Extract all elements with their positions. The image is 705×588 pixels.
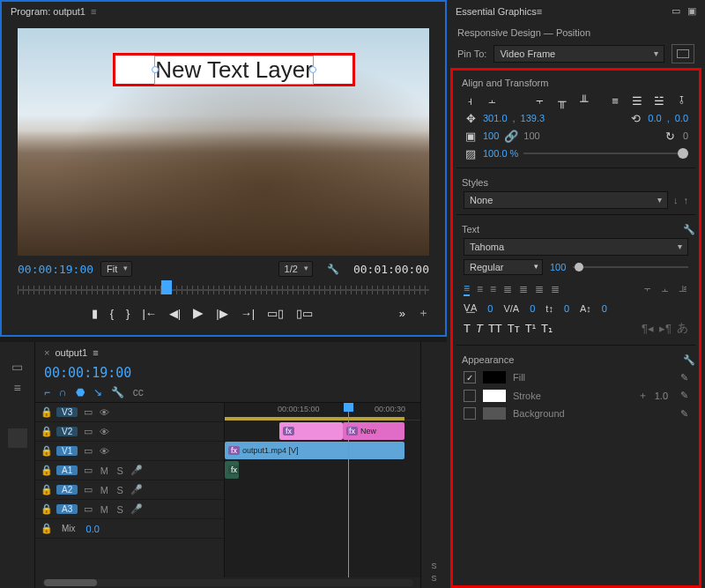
- track-label-v1[interactable]: V1: [56, 446, 78, 456]
- eye-icon[interactable]: 👁: [99, 407, 109, 418]
- track-label-a2[interactable]: A2: [56, 485, 78, 495]
- baseline-value[interactable]: 0: [602, 303, 607, 314]
- tab-menu-icon[interactable]: ≡: [93, 347, 98, 358]
- timeline-playhead[interactable]: [348, 403, 349, 577]
- lock-icon[interactable]: 🔒: [41, 445, 51, 457]
- bin-icon[interactable]: ▭: [11, 360, 23, 374]
- stroke-swatch[interactable]: [483, 390, 506, 402]
- justify-last-center-icon[interactable]: ≣: [519, 283, 528, 295]
- lock-icon[interactable]: 🔒: [41, 465, 51, 476]
- lock-icon[interactable]: 🔒: [41, 484, 51, 495]
- position-y[interactable]: 139.3: [521, 113, 545, 123]
- program-scrubber[interactable]: [18, 280, 429, 300]
- appearance-settings-icon[interactable]: 🔧: [683, 354, 695, 366]
- fill-swatch[interactable]: [483, 371, 506, 383]
- solo-icon[interactable]: S: [115, 504, 125, 515]
- go-to-out-icon[interactable]: →|: [241, 307, 255, 320]
- mark-in-bracket-icon[interactable]: {: [110, 307, 114, 320]
- add-button-icon[interactable]: ＋: [418, 305, 429, 321]
- tab-close-icon[interactable]: ×: [44, 347, 49, 358]
- mute-icon[interactable]: M: [99, 465, 109, 476]
- lift-icon[interactable]: ▭▯: [267, 307, 284, 320]
- track-label-a1[interactable]: A1: [56, 465, 78, 475]
- subscript-icon[interactable]: T₁: [541, 322, 553, 335]
- tracking-value[interactable]: 0: [487, 303, 493, 314]
- font-style-dropdown[interactable]: Regular: [464, 259, 543, 275]
- push-down-icon[interactable]: ↓: [673, 195, 679, 205]
- small-caps-icon[interactable]: Tт: [508, 322, 520, 335]
- step-back-icon[interactable]: ◀|: [169, 307, 181, 320]
- anchor-y[interactable]: 0.0: [675, 113, 688, 123]
- marker-icon[interactable]: ⬣: [76, 386, 85, 398]
- lock-icon[interactable]: 🔒: [41, 426, 51, 437]
- track-a2[interactable]: 🔒 A2 ▭ M S 🎤: [35, 480, 224, 500]
- target-icon[interactable]: ▭: [83, 426, 93, 437]
- track-a3[interactable]: 🔒 A3 ▭ M S 🎤: [35, 500, 224, 519]
- distribute-v2-icon[interactable]: ☱: [653, 93, 666, 108]
- eye-icon[interactable]: 👁: [99, 427, 109, 437]
- align-right-text-icon[interactable]: ≡: [490, 283, 496, 295]
- timeline-current-timecode[interactable]: 00:00:19:00: [44, 365, 131, 381]
- scale-value[interactable]: 100: [483, 130, 499, 141]
- eyedropper-icon[interactable]: ✎: [680, 372, 688, 383]
- stroke-width[interactable]: 1.0: [655, 391, 668, 401]
- leading-value[interactable]: 0: [564, 303, 569, 314]
- transport-more-icon[interactable]: »: [399, 307, 405, 320]
- panel-menu-icon[interactable]: ≡: [91, 6, 96, 17]
- mute-icon[interactable]: M: [99, 485, 109, 495]
- cc-icon[interactable]: cc: [133, 386, 144, 398]
- sequence-tab[interactable]: × output1 ≡: [35, 342, 420, 363]
- time-ruler[interactable]: 00:00:15:00 00:00:30: [225, 403, 420, 421]
- align-center-h-icon[interactable]: ⫠: [486, 93, 499, 108]
- valign-bot-icon[interactable]: ⫡: [678, 283, 688, 295]
- track-label-v3[interactable]: V3: [56, 407, 78, 417]
- opacity-slider[interactable]: [523, 153, 688, 154]
- stroke-checkbox[interactable]: [464, 390, 476, 402]
- track-a1[interactable]: 🔒 A1 ▭ M S 🎤: [35, 461, 224, 480]
- wrench-icon[interactable]: 🔧: [111, 386, 124, 398]
- anchor-x[interactable]: 0.0: [648, 113, 661, 123]
- justify-last-left-icon[interactable]: ≣: [503, 283, 512, 295]
- eg-menu-icon[interactable]: ≡: [537, 6, 542, 17]
- align-top-icon[interactable]: ⫟: [533, 93, 546, 108]
- font-size-slider[interactable]: [573, 266, 688, 268]
- valign-mid-icon[interactable]: ⫠: [660, 283, 671, 295]
- align-left-icon[interactable]: ⫞: [464, 93, 477, 108]
- font-size-value[interactable]: 100: [550, 262, 566, 272]
- play-icon[interactable]: ▶: [193, 305, 204, 321]
- solo-icon[interactable]: S: [115, 465, 125, 476]
- fill-checkbox[interactable]: [464, 371, 476, 383]
- align-center-text-icon[interactable]: ≡: [477, 283, 483, 295]
- target-icon[interactable]: ▭: [83, 465, 93, 476]
- position-x[interactable]: 301.0: [483, 113, 508, 123]
- voice-icon[interactable]: 🎤: [130, 465, 141, 476]
- justify-last-right-icon[interactable]: ≣: [535, 283, 544, 295]
- mute-icon[interactable]: M: [99, 504, 109, 515]
- zoom-fit-dropdown[interactable]: Fit: [100, 261, 132, 277]
- graphic-clip-new[interactable]: fxNew: [343, 422, 404, 440]
- add-stroke-icon[interactable]: ＋: [638, 389, 648, 402]
- styles-dropdown[interactable]: None: [464, 191, 668, 209]
- align-middle-icon[interactable]: ╥: [555, 93, 568, 108]
- tategaki-icon[interactable]: あ: [677, 320, 688, 336]
- distribute-v3-icon[interactable]: ⫱: [675, 93, 688, 108]
- rotation-icon[interactable]: ↻: [664, 129, 678, 143]
- thumbnail[interactable]: [8, 428, 27, 448]
- background-swatch[interactable]: [483, 407, 506, 420]
- faux-italic-icon[interactable]: T: [476, 322, 483, 335]
- distribute-h-icon[interactable]: ≡: [609, 93, 622, 108]
- settings-wrench-icon[interactable]: 🔧: [327, 264, 339, 275]
- align-left-text-icon[interactable]: ≡: [464, 282, 470, 296]
- eyedropper-icon[interactable]: ✎: [680, 390, 688, 401]
- audio-clip[interactable]: fx: [225, 461, 239, 479]
- program-current-timecode[interactable]: 00:00:19:00: [18, 263, 93, 276]
- all-caps-icon[interactable]: TT: [488, 322, 502, 335]
- step-forward-icon[interactable]: |▶: [216, 307, 227, 320]
- valign-top-icon[interactable]: ⫟: [642, 283, 653, 295]
- mark-out-bracket-icon[interactable]: }: [126, 307, 130, 320]
- rtl-icon[interactable]: ▸¶: [659, 322, 672, 335]
- playhead-icon[interactable]: [161, 280, 172, 294]
- list-view-icon[interactable]: ≡: [13, 381, 20, 395]
- track-v1[interactable]: 🔒 V1 ▭ 👁: [35, 442, 224, 461]
- voice-icon[interactable]: 🎤: [130, 484, 141, 495]
